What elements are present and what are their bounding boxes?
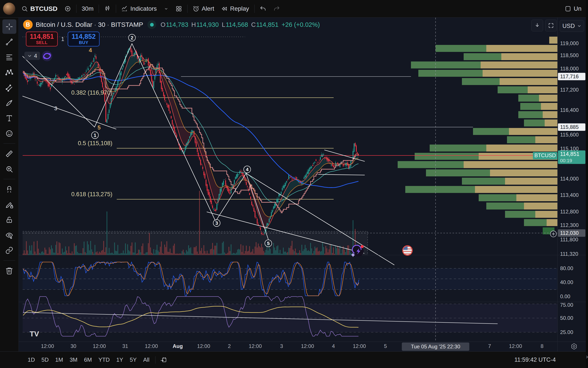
magnet-icon	[5, 185, 13, 193]
tool-brush[interactable]	[2, 96, 16, 110]
alarm-clock-icon	[193, 5, 199, 12]
link-drawings-icon	[5, 246, 13, 254]
range-5y[interactable]: 5Y	[127, 355, 140, 365]
buy-price: 114,852	[72, 33, 96, 40]
buy-label: BUY	[79, 40, 88, 45]
add-alert-plus-icon[interactable]	[550, 231, 556, 237]
range-6m[interactable]: 6M	[81, 355, 95, 365]
candlestick-icon	[104, 5, 111, 12]
panel-expand-chevron[interactable]: ›	[586, 354, 588, 360]
us-economic-event-icon[interactable]	[403, 246, 412, 255]
tool-drawing-lock[interactable]	[2, 197, 16, 212]
user-avatar[interactable]	[3, 3, 15, 15]
tool-emoji[interactable]	[2, 126, 16, 141]
fullscreen-button[interactable]	[545, 20, 557, 31]
undo-icon	[260, 5, 266, 12]
fib-retracement-icon	[5, 53, 13, 61]
svg-text:4: 4	[89, 47, 92, 53]
svg-text:3: 3	[215, 221, 218, 226]
svg-text:115,885: 115,885	[560, 124, 579, 130]
svg-text:3: 3	[54, 105, 57, 112]
date-range-buttons: 1D5D1M3M6MYTD1Y5YAll	[24, 352, 153, 368]
svg-text:4: 4	[246, 167, 249, 172]
goto-date-button[interactable]	[158, 355, 169, 365]
remove-drawings-icon	[5, 267, 13, 275]
tool-text-tool[interactable]	[2, 111, 16, 125]
bitcoin-logo-icon: B	[23, 20, 33, 29]
currency-selector[interactable]: USD	[560, 20, 584, 32]
fib-label: 0.382 (116,970)	[71, 89, 112, 96]
chart-canvas[interactable]: 123453450.382 (116,970)0.5 (115,108)0.61…	[19, 18, 588, 351]
undo-button[interactable]	[256, 2, 270, 16]
range-1d[interactable]: 1D	[24, 355, 38, 365]
range-5d[interactable]: 5D	[38, 355, 52, 365]
toolbar-divider	[3, 179, 15, 179]
svg-text:12:00: 12:00	[353, 343, 366, 349]
tool-ruler[interactable]	[2, 147, 16, 161]
chevron-down-icon	[27, 54, 32, 58]
calendar-goto-icon	[160, 357, 167, 363]
title-separator: ·	[107, 21, 109, 28]
tool-parallel-channel[interactable]	[2, 81, 16, 95]
tool-remove-drawings[interactable]	[2, 263, 16, 278]
replay-button[interactable]: Replay	[218, 2, 252, 16]
chart-style-button[interactable]	[101, 2, 114, 16]
sync-drawings-button[interactable]	[41, 49, 53, 63]
order-panel: 114,851 SELL 1 114,852 BUY	[26, 32, 99, 46]
redo-button[interactable]	[270, 2, 283, 16]
svg-text:118,500: 118,500	[560, 52, 579, 58]
tool-crosshair[interactable]	[2, 19, 16, 34]
compare-add-button[interactable]	[61, 2, 74, 16]
tool-trend-line[interactable]	[2, 35, 16, 49]
currency-label: USD	[562, 23, 575, 29]
svg-text:12:00: 12:00	[145, 343, 158, 349]
range-3m[interactable]: 3M	[66, 355, 81, 365]
range-1y[interactable]: 1Y	[113, 355, 127, 365]
tool-hide-all[interactable]	[2, 228, 16, 242]
range-all[interactable]: All	[140, 355, 153, 365]
top-toolbar: BTCUSD 30m Indicators Alert Replay Un	[0, 0, 588, 18]
tool-lock-all[interactable]	[2, 212, 16, 227]
indicator-templates-chevron[interactable]	[160, 2, 172, 16]
redo-icon	[273, 5, 280, 12]
close-value: 114,851	[256, 21, 279, 28]
save-layout-button[interactable]: Un	[561, 2, 585, 16]
symbol-search-button[interactable]: BTCUSD	[18, 2, 61, 16]
svg-text:12:00: 12:00	[249, 343, 262, 349]
xabcd-pattern-icon	[5, 68, 13, 76]
range-1m[interactable]: 1M	[52, 355, 66, 365]
svg-text:7: 7	[488, 343, 491, 349]
sell-button[interactable]: 114,851 SELL	[26, 32, 58, 46]
svg-text:119,000: 119,000	[560, 40, 579, 46]
indicators-button[interactable]: Indicators	[118, 2, 160, 16]
object-tree-counter[interactable]: 4	[24, 52, 40, 60]
title-interval: 30	[98, 21, 105, 28]
buy-button[interactable]: 114,852 BUY	[68, 32, 99, 46]
open-value: 114,783	[166, 21, 188, 28]
svg-text:1: 1	[94, 133, 96, 138]
alert-label: Alert	[202, 5, 214, 12]
tool-fib-retracement[interactable]	[2, 50, 16, 64]
title-separator: ·	[94, 21, 96, 28]
range-ytd[interactable]: YTD	[95, 355, 113, 365]
tradingview-logo: TV	[30, 330, 39, 338]
interval-button[interactable]: 30m	[78, 2, 97, 16]
alert-button[interactable]: Alert	[189, 2, 218, 16]
svg-text:3: 3	[280, 343, 283, 349]
tool-xabcd-pattern[interactable]	[2, 65, 16, 80]
clock-timezone-button[interactable]: 11:59:42 UTC-4	[514, 357, 556, 363]
svg-text:BTCUSD: BTCUSD	[535, 152, 556, 158]
svg-text:50.00: 50.00	[560, 315, 573, 321]
multichart-layout-button[interactable]	[172, 2, 185, 16]
svg-text:4: 4	[332, 343, 335, 349]
market-status-icon[interactable]	[148, 20, 156, 29]
tool-zoom-in[interactable]	[2, 162, 16, 176]
tool-link-drawings[interactable]	[2, 243, 16, 258]
brush-icon	[5, 99, 13, 107]
title-exchange: BITSTAMP	[111, 21, 143, 28]
symbol-title[interactable]: Bitcoin / U.S. Dollar·30·BITSTAMP	[36, 21, 143, 28]
svg-text:5: 5	[97, 124, 101, 131]
tool-magnet[interactable]	[2, 182, 16, 196]
download-chart-button[interactable]	[531, 20, 543, 31]
chart-quick-actions	[531, 20, 557, 31]
